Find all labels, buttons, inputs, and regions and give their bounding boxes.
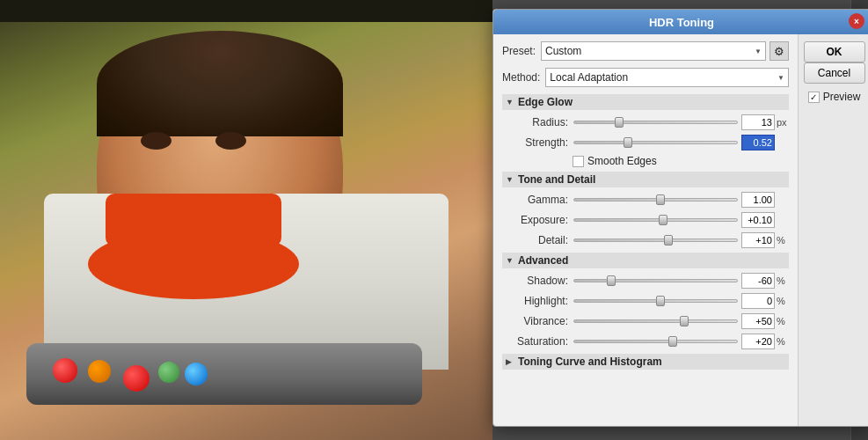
- method-label: Method:: [502, 71, 540, 84]
- collapse-arrow-icon: ▼: [506, 98, 514, 106]
- preset-row: Preset: Custom ▼ ⚙: [502, 41, 789, 61]
- radius-slider[interactable]: [573, 121, 738, 124]
- preset-value: Custom: [545, 45, 581, 57]
- strength-slider[interactable]: [573, 141, 738, 144]
- highlight-unit: %: [777, 296, 789, 306]
- chevron-down-icon-method: ▼: [777, 74, 784, 82]
- saturation-row: Saturation: %: [502, 334, 789, 349]
- method-row: Method: Local Adaptation ▼: [502, 68, 789, 87]
- dialog-sidebar: OK Cancel ✓ Preview: [798, 34, 868, 426]
- detail-input[interactable]: [741, 232, 775, 248]
- shadow-slider[interactable]: [573, 279, 738, 282]
- chevron-down-icon: ▼: [755, 48, 762, 55]
- detail-label: Detail:: [511, 234, 568, 246]
- gear-button[interactable]: ⚙: [770, 41, 789, 61]
- detail-thumb[interactable]: [664, 235, 673, 246]
- close-button[interactable]: ×: [849, 13, 864, 29]
- detail-row: Detail: %: [502, 232, 789, 248]
- dialog-title: HDR Toning: [649, 16, 714, 29]
- radius-label: Radius:: [511, 116, 568, 128]
- saturation-slider[interactable]: [573, 340, 738, 343]
- hdr-toning-dialog: HDR Toning × Preset: Custom ▼ ⚙ Method:: [492, 9, 868, 427]
- exposure-thumb[interactable]: [659, 215, 667, 225]
- edge-glow-title: Edge Glow: [518, 96, 573, 108]
- strength-input[interactable]: [741, 135, 775, 150]
- exposure-label: Exposure:: [511, 214, 568, 226]
- shadow-thumb[interactable]: [607, 275, 616, 286]
- saturation-unit: %: [777, 336, 789, 347]
- highlight-row: Highlight: %: [502, 293, 789, 309]
- saturation-input[interactable]: [741, 334, 775, 349]
- exposure-slider[interactable]: [573, 218, 738, 222]
- radius-row: Radius: px: [502, 114, 789, 130]
- radius-unit: px: [777, 117, 789, 128]
- preview-checkbox[interactable]: ✓: [808, 92, 820, 103]
- smooth-edges-checkbox[interactable]: [573, 156, 584, 167]
- tone-detail-title: Tone and Detail: [518, 173, 595, 186]
- cancel-button[interactable]: Cancel: [804, 62, 865, 84]
- expand-arrow-toning-icon: ▶: [506, 357, 514, 366]
- collapse-arrow-tone-icon: ▼: [506, 175, 514, 184]
- vibrance-slider[interactable]: [573, 319, 738, 323]
- radius-input[interactable]: [741, 114, 775, 130]
- strength-label: Strength:: [511, 136, 568, 149]
- collapse-arrow-advanced-icon: ▼: [506, 256, 514, 265]
- detail-unit: %: [777, 235, 789, 246]
- shadow-row: Shadow: %: [502, 273, 789, 289]
- advanced-title: Advanced: [518, 254, 568, 267]
- exposure-input[interactable]: [741, 212, 775, 228]
- saturation-thumb[interactable]: [668, 336, 677, 347]
- smooth-edges-label: Smooth Edges: [587, 155, 657, 167]
- radius-thumb[interactable]: [615, 117, 624, 128]
- method-value: Local Adaptation: [550, 71, 628, 84]
- shadow-label: Shadow:: [511, 275, 568, 287]
- highlight-input[interactable]: [741, 293, 775, 309]
- ok-button[interactable]: OK: [804, 41, 865, 62]
- highlight-slider[interactable]: [573, 299, 738, 303]
- highlight-thumb[interactable]: [656, 296, 665, 306]
- toning-curve-section-header[interactable]: ▶ Toning Curve and Histogram: [502, 354, 789, 370]
- background-photo: [0, 0, 492, 440]
- highlight-label: Highlight:: [511, 295, 568, 307]
- smooth-edges-row: Smooth Edges: [502, 155, 789, 167]
- vibrance-thumb[interactable]: [680, 316, 689, 326]
- strength-thumb[interactable]: [624, 137, 632, 148]
- shadow-unit: %: [777, 275, 789, 286]
- exposure-row: Exposure:: [502, 212, 789, 228]
- gamma-label: Gamma:: [511, 194, 568, 206]
- toning-curve-title: Toning Curve and Histogram: [518, 356, 662, 368]
- method-select[interactable]: Local Adaptation ▼: [545, 68, 789, 87]
- tone-detail-section-header[interactable]: ▼ Tone and Detail: [502, 172, 789, 187]
- gamma-input[interactable]: [741, 192, 775, 208]
- vibrance-input[interactable]: [741, 313, 775, 329]
- preset-select-wrapper: Custom ▼ ⚙: [541, 41, 789, 61]
- dialog-main: Preset: Custom ▼ ⚙ Method: Local Adaptat…: [493, 34, 798, 426]
- saturation-label: Saturation:: [511, 335, 568, 348]
- gamma-thumb[interactable]: [656, 194, 665, 205]
- gamma-row: Gamma:: [502, 192, 789, 208]
- shadow-input[interactable]: [741, 273, 775, 289]
- preview-row: ✓ Preview: [808, 91, 861, 103]
- detail-slider[interactable]: [573, 238, 738, 242]
- dialog-titlebar: HDR Toning ×: [493, 10, 868, 34]
- vibrance-unit: %: [777, 316, 789, 326]
- advanced-section-header[interactable]: ▼ Advanced: [502, 253, 789, 268]
- edge-glow-section-header[interactable]: ▼ Edge Glow: [502, 94, 789, 110]
- strength-row: Strength:: [502, 135, 789, 150]
- vibrance-row: Vibrance: %: [502, 313, 789, 329]
- preview-label: Preview: [823, 91, 861, 103]
- gamma-slider[interactable]: [573, 198, 738, 202]
- preset-select[interactable]: Custom ▼: [541, 41, 766, 61]
- preset-label: Preset:: [502, 45, 536, 57]
- vibrance-label: Vibrance:: [511, 315, 568, 327]
